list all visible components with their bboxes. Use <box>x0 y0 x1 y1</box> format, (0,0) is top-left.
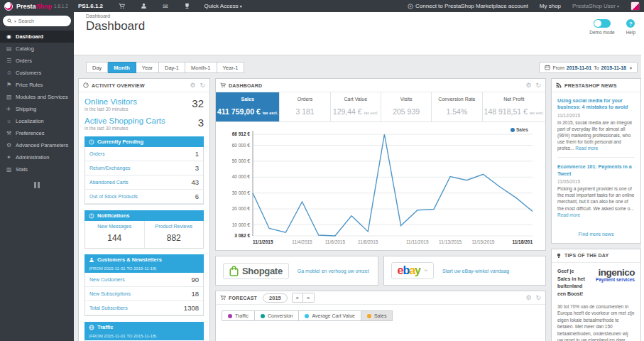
sidebar-item-dashboard[interactable]: ◉ Dashboard <box>0 31 74 43</box>
gear-icon[interactable]: ⚙ <box>525 82 531 89</box>
user-menu[interactable]: PrestaShop User▾ <box>572 3 619 9</box>
search-input[interactable] <box>18 18 58 23</box>
forecast-metric-button-sales[interactable]: Sales <box>361 310 393 321</box>
customers-row-new-subscriptions[interactable]: New Subscriptions 18 <box>85 287 203 301</box>
sidebar-item-label: Modules and Services <box>16 94 68 100</box>
svg-text:11/13/2015: 11/13/2015 <box>439 239 462 244</box>
row-label[interactable]: Orders <box>89 151 104 156</box>
row-label[interactable]: New Customers <box>89 277 125 282</box>
ebay-promo[interactable]: ebay ™ Start uw eBay-winkel vandaag <box>383 256 547 286</box>
help-icon[interactable]: ? <box>626 19 635 28</box>
range-button-month[interactable]: Month <box>108 62 136 73</box>
sidebar-item-label: Customers <box>16 70 41 76</box>
article-title[interactable]: Ecommerce 101: Payments in a Tweet <box>557 163 635 177</box>
chevron-down-icon[interactable]: ▾ <box>14 19 16 23</box>
sidebar-item-preferences[interactable]: ⚒ Preferences <box>0 127 74 139</box>
notification-cell-new-messages[interactable]: New Messages 144 <box>85 221 144 248</box>
user-avatar[interactable] <box>631 1 640 11</box>
forecast-metric-button-average-cart-value[interactable]: Average Cart Value <box>299 310 361 321</box>
pending-row-orders[interactable]: Orders 1 <box>85 147 203 161</box>
marketplace-link[interactable]: Connect to PrestaShop Marketplace accoun… <box>408 3 528 9</box>
kpi-cell-net-profit[interactable]: Net Profit 148 918,51 € tax excl. <box>482 92 545 121</box>
cell-label[interactable]: New Messages <box>87 224 143 229</box>
article-title[interactable]: Using social media for your business: 4 … <box>557 97 635 111</box>
range-button-day[interactable]: Day <box>86 62 108 73</box>
pending-row-abandoned-carts[interactable]: Abandoned Carts 43 <box>85 175 203 190</box>
notification-cell-product-reviews[interactable]: Product Reviews 882 <box>144 221 204 248</box>
forecast-year-input[interactable]: 2015 <box>263 293 288 303</box>
cart-icon <box>220 295 226 301</box>
forecast-metric-button-traffic[interactable]: Traffic <box>222 310 255 321</box>
article-body: Picking a payment provider is one of the… <box>557 185 635 217</box>
legend-label: Conversion <box>268 313 293 318</box>
customers-row-new-customers[interactable]: New Customers 90 <box>85 273 203 287</box>
refresh-icon[interactable]: ↻ <box>535 295 541 301</box>
ebay-link[interactable]: Start uw eBay-winkel vandaag <box>442 269 509 274</box>
shopgate-promo[interactable]: Shopgate Ga mobiel en verhoog uw omzet <box>215 256 378 286</box>
find-more-news-link[interactable]: Find more news <box>552 232 640 243</box>
kpi-value: 205 939 <box>393 107 420 116</box>
pending-row-returns[interactable]: Return/Exchanges 3 <box>85 161 203 175</box>
link-icon <box>408 4 413 9</box>
range-button-month-1[interactable]: Month-1 <box>185 62 217 73</box>
svg-text:11/15/2015: 11/15/2015 <box>471 239 494 244</box>
sidebar-item-administration[interactable]: ✦ Administration <box>0 151 74 163</box>
read-more-link[interactable]: Read more <box>575 146 598 151</box>
range-button-year[interactable]: Year <box>136 62 159 73</box>
sidebar-item-advanced-parameters[interactable]: ⚙ Advanced Parameters <box>0 139 74 151</box>
range-button-year-1[interactable]: Year-1 <box>217 62 245 73</box>
row-label[interactable]: New Subscriptions <box>89 291 131 296</box>
sidebar-item-orders[interactable]: ☰ Orders <box>0 55 74 67</box>
scrollbar[interactable] <box>641 12 644 341</box>
collapse-sidebar-icon[interactable] <box>33 182 40 188</box>
range-button-day-1[interactable]: Day-1 <box>159 62 185 73</box>
breadcrumb[interactable]: Dashboard <box>86 13 644 18</box>
my-shop-link[interactable]: My shop <box>540 3 561 9</box>
forecast-metric-button-conversion[interactable]: Conversion <box>255 310 299 321</box>
demo-mode-toggle[interactable] <box>594 19 611 28</box>
date-range-picker[interactable]: From 2015-11-01 To 2015-11-18 ▾ <box>539 62 638 73</box>
alert-icon <box>89 213 94 219</box>
read-more-link[interactable]: Read more <box>557 212 580 217</box>
sidebar-item-label: Shipping <box>16 106 36 112</box>
sidebar-item-price-rules[interactable]: ⚑ Price Rules <box>0 79 74 91</box>
pending-row-out-of-stock[interactable]: Out of Stock Products 6 <box>85 190 203 204</box>
kpi-cell-conversion-rate[interactable]: Conversion Rate 1.54% <box>431 92 481 121</box>
row-label[interactable]: Total Subscribers <box>89 305 128 310</box>
active-carts-label[interactable]: Active Shopping Carts <box>84 117 204 125</box>
customers-row-total-subscribers[interactable]: Total Subscribers 1308 <box>85 301 203 315</box>
previous-year-button[interactable]: « <box>292 293 303 303</box>
gear-icon[interactable]: ⚙ <box>525 295 531 301</box>
ebay-logo: ebay ™ <box>391 262 435 279</box>
sidebar-item-modules-and-services[interactable]: ▧ Modules and Services <box>0 91 74 103</box>
sidebar-item-catalog[interactable]: ▤ Catalog <box>0 43 74 55</box>
messages-icon[interactable]: ✉ <box>163 3 168 10</box>
kpi-cell-cart-value[interactable]: Cart Value 129,44 € tax excl. <box>330 92 381 121</box>
row-label[interactable]: Return/Exchanges <box>89 166 131 170</box>
section-subtitle: (FROM 2015-11-01 TO 2015-11-18) <box>89 266 200 271</box>
row-label[interactable]: Out of Stock Products <box>89 194 138 199</box>
shopgate-link[interactable]: Ga mobiel en verhoog uw omzet <box>298 269 369 274</box>
refresh-icon[interactable]: ↻ <box>200 82 205 89</box>
trophy-icon[interactable] <box>184 3 190 9</box>
sidebar-item-label: Price Rules <box>16 82 43 88</box>
row-label[interactable]: Abandoned Carts <box>89 180 128 185</box>
kpi-cell-visits[interactable]: Visits 205 939 <box>381 92 431 121</box>
cart-icon[interactable] <box>119 3 125 9</box>
next-year-button[interactable]: » <box>303 293 315 303</box>
kpi-cell-sales[interactable]: Sales 411 759,00 € tax excl. <box>216 92 279 121</box>
sidebar-search[interactable]: ▾ <box>3 16 71 26</box>
customers-icon[interactable] <box>141 3 147 9</box>
gear-icon[interactable]: ⚙ <box>190 82 195 89</box>
activity-overview-panel: ACTIVITY OVERVIEW ⚙↻ Online Visitors in … <box>78 78 210 341</box>
quick-access-menu[interactable]: Quick Access▾ <box>204 3 242 9</box>
online-visitors-label[interactable]: Online Visitors <box>84 97 204 106</box>
sidebar-item-customers[interactable]: ☺ Customers <box>0 67 74 79</box>
kpi-cell-orders[interactable]: Orders 3 181 <box>279 92 329 121</box>
row-value: 3 <box>195 164 199 172</box>
sidebar-item-stats[interactable]: ▥ Stats <box>0 163 74 175</box>
cell-label[interactable]: Product Reviews <box>146 224 202 229</box>
refresh-icon[interactable]: ↻ <box>535 82 541 89</box>
sidebar-item-localization[interactable]: ☼ Localization <box>0 115 74 127</box>
sidebar-item-shipping[interactable]: ✈ Shipping <box>0 103 74 115</box>
